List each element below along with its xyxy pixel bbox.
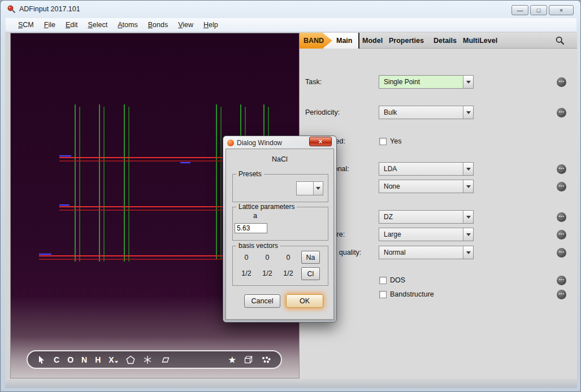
menu-view[interactable]: View xyxy=(173,19,198,31)
vector-cell[interactable]: 0 xyxy=(259,254,275,262)
title-bar[interactable]: ADFinput 2017.101 — □ × xyxy=(1,1,580,18)
dos-more-button[interactable]: ··· xyxy=(557,276,566,285)
close-button[interactable]: × xyxy=(549,5,574,15)
tab-multilevel[interactable]: MultiLevel xyxy=(463,33,497,49)
nitrogen-tool-button[interactable]: N xyxy=(81,356,87,364)
vector-cell[interactable]: 0 xyxy=(239,254,254,262)
more-dots-icon: ··· xyxy=(559,277,565,283)
lattice-legend: Lattice parameters xyxy=(236,203,297,211)
vector-cell[interactable]: 0 xyxy=(280,254,296,262)
window-title: ADFinput 2017.101 xyxy=(19,5,80,13)
tab-properties[interactable]: Properties xyxy=(389,33,424,49)
lattice-a-label: a xyxy=(253,212,257,220)
more-dots-icon: ··· xyxy=(559,79,565,85)
tab-bar: Main BAND Model Properties Details Multi… xyxy=(300,33,577,49)
periodicity-label: Periodicity: xyxy=(305,106,340,119)
crystal-tool-icon[interactable] xyxy=(143,355,152,364)
star-tool-button[interactable]: ★ xyxy=(228,356,236,364)
basis-vectors-groupbox: basis vectors 0 0 0 Na 1/2 1/2 1/2 Cl xyxy=(232,246,328,286)
dialog-close-button[interactable]: × xyxy=(309,137,332,146)
cl-atom-button[interactable]: Cl xyxy=(301,267,320,280)
app-icon xyxy=(7,5,16,14)
dos-checkbox[interactable] xyxy=(379,277,387,284)
presets-dropdown[interactable] xyxy=(296,181,323,195)
unrestricted-checkbox[interactable] xyxy=(379,138,387,145)
minimize-button[interactable]: — xyxy=(511,5,528,15)
xc-more-button[interactable]: ··· xyxy=(557,164,566,174)
menu-edit[interactable]: Edit xyxy=(60,19,83,31)
periodicity-dropdown[interactable]: Bulk xyxy=(379,106,474,119)
xc-secondary-dropdown[interactable]: None xyxy=(379,180,474,193)
basis-more-button[interactable]: ··· xyxy=(557,212,566,222)
maximize-button[interactable]: □ xyxy=(530,5,547,15)
oxygen-tool-button[interactable]: O xyxy=(67,356,73,364)
chevron-down-icon xyxy=(466,251,471,254)
bandstructure-label: Bandstructure xyxy=(390,290,434,299)
task-more-button[interactable]: ··· xyxy=(557,77,566,87)
chevron-down-icon xyxy=(466,81,471,84)
more-dots-icon: ··· xyxy=(559,214,565,220)
lattice-a-input[interactable] xyxy=(235,223,267,233)
dos-label: DOS xyxy=(390,276,405,285)
xc-dropdown-arrow[interactable] xyxy=(463,163,473,175)
main-panel: Main BAND Model Properties Details Multi… xyxy=(300,33,577,378)
menu-select[interactable]: Select xyxy=(83,19,113,31)
chevron-down-icon xyxy=(466,233,471,236)
task-dropdown-arrow[interactable] xyxy=(463,76,473,88)
xc-secondary-more-button[interactable]: ··· xyxy=(557,182,566,191)
carbon-tool-button[interactable]: C xyxy=(54,356,59,364)
pointer-tool-icon[interactable] xyxy=(37,355,46,364)
search-icon[interactable] xyxy=(556,36,565,45)
ring-tool-icon[interactable] xyxy=(126,355,135,364)
menu-help[interactable]: Help xyxy=(198,19,223,31)
cancel-button[interactable]: Cancel xyxy=(244,294,280,308)
task-label: Task: xyxy=(305,75,322,89)
xc-functional-dropdown[interactable]: LDA xyxy=(379,162,474,176)
quality-dropdown-arrow[interactable] xyxy=(463,246,473,259)
menu-bonds[interactable]: Bonds xyxy=(143,19,173,31)
more-dots-icon: ··· xyxy=(559,110,565,115)
basis-set-value: DZ xyxy=(384,211,393,223)
na-atom-button[interactable]: Na xyxy=(301,251,320,264)
tab-main-label: Main xyxy=(336,33,352,49)
ok-button[interactable]: OK xyxy=(286,294,323,308)
xc-secondary-dropdown-arrow[interactable] xyxy=(463,180,473,193)
tab-model[interactable]: Model xyxy=(362,33,383,49)
hydrogen-tool-button[interactable]: H xyxy=(95,356,101,364)
bandstructure-checkbox[interactable] xyxy=(379,291,387,298)
vector-cell[interactable]: 1/2 xyxy=(259,269,275,277)
menu-scm[interactable]: SCM xyxy=(13,19,39,31)
lattice-groupbox: Lattice parameters a xyxy=(232,207,328,241)
basis-set-dropdown[interactable]: DZ xyxy=(379,210,474,224)
basis-dropdown-arrow[interactable] xyxy=(463,211,473,223)
menu-atoms[interactable]: Atoms xyxy=(112,19,142,31)
tab-details[interactable]: Details xyxy=(433,33,457,49)
core-more-button[interactable]: ··· xyxy=(557,230,566,239)
chevron-down-icon xyxy=(466,216,471,219)
fragments-tool-icon[interactable] xyxy=(261,355,271,364)
chevron-down-icon xyxy=(466,168,471,171)
vector-cell[interactable]: 1/2 xyxy=(280,269,296,277)
quality-dropdown[interactable]: Normal xyxy=(379,246,474,259)
presets-dropdown-arrow[interactable] xyxy=(313,182,323,195)
element-dropdown-arrow-icon xyxy=(115,361,118,363)
cell-tool-icon[interactable] xyxy=(160,355,170,364)
quality-more-button[interactable]: ··· xyxy=(557,248,566,258)
periodicity-dropdown-arrow[interactable] xyxy=(463,106,473,119)
task-dropdown[interactable]: Single Point xyxy=(379,75,474,89)
core-dropdown-arrow[interactable] xyxy=(463,228,473,241)
xc-functional-value: LDA xyxy=(384,163,397,175)
bandstructure-more-button[interactable]: ··· xyxy=(557,290,566,299)
element-picker-button[interactable]: X xyxy=(109,356,118,364)
status-strip xyxy=(5,378,577,388)
periodicity-more-button[interactable]: ··· xyxy=(557,108,566,117)
dialog-title-bar[interactable]: Dialog Window xyxy=(227,138,307,148)
box-tool-icon[interactable] xyxy=(244,355,253,364)
frozen-core-value: Large xyxy=(384,228,401,241)
quality-value: Normal xyxy=(384,246,406,259)
vector-cell[interactable]: 1/2 xyxy=(239,269,254,277)
menu-bar: SCM File Edit Select Atoms Bonds View He… xyxy=(6,18,576,32)
band-label: BAND xyxy=(303,37,324,45)
menu-file[interactable]: File xyxy=(39,19,60,31)
frozen-core-dropdown[interactable]: Large xyxy=(379,228,474,241)
